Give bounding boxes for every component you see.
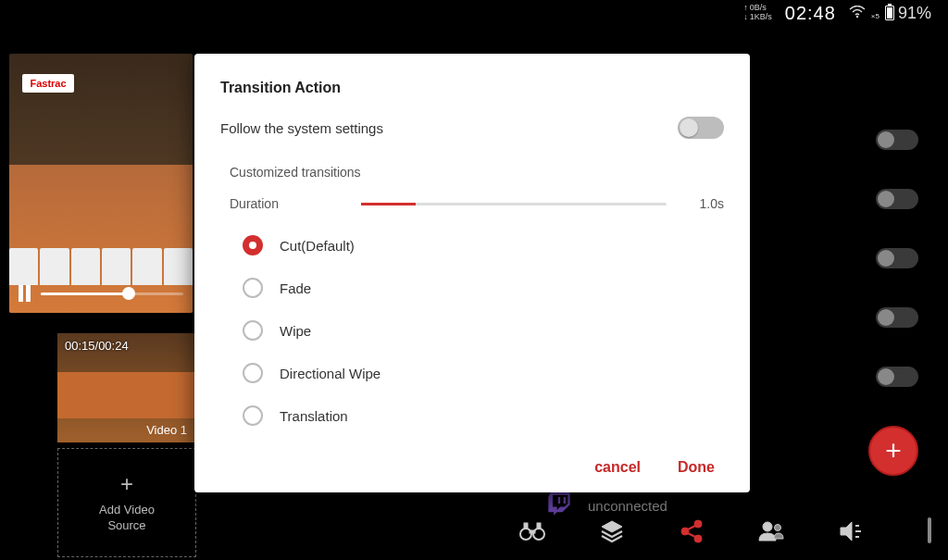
source-tiles: 00:15/00:24 Video 1 [57,333,196,442]
bottom-nav [518,517,865,545]
nav-handle[interactable] [928,517,931,543]
option-directional-wipe[interactable]: Directional Wipe [243,355,724,391]
radio-icon [243,363,263,383]
video-preview[interactable]: Fastrac [9,54,193,313]
side-toggle-1[interactable] [876,130,918,150]
preview-banner: Fastrac [22,74,74,93]
svg-rect-3 [524,523,528,529]
wifi-sub: ×5 [871,12,879,20]
transition-action-dialog: Transition Action Follow the system sett… [194,54,750,492]
side-toggle-3[interactable] [876,248,918,268]
radio-icon [243,235,263,255]
plus-icon: + [120,471,133,497]
source-label: Video 1 [146,423,187,437]
progress-fill [41,292,129,295]
progress-track[interactable] [41,292,183,295]
nav-binoculars-icon[interactable] [518,517,546,545]
nav-share-icon[interactable] [678,517,705,545]
nav-people-icon[interactable] [757,517,785,545]
plus-icon: + [885,435,902,467]
connection-status: unconnected [588,498,667,514]
network-speed: ↑0B/s ↓1KB/s [743,4,772,22]
svg-point-12 [763,522,772,531]
option-label: Wipe [280,323,311,339]
svg-line-11 [688,533,695,537]
follow-system-label: Follow the system settings [220,120,383,136]
svg-rect-4 [537,523,541,529]
svg-point-13 [775,525,781,531]
svg-rect-5 [530,530,535,533]
radio-icon [243,278,263,298]
follow-system-toggle[interactable] [678,117,724,139]
option-translation[interactable]: Translation [243,398,724,433]
play-controls [19,285,183,302]
svg-line-10 [688,526,695,529]
radio-icon [243,405,263,426]
duration-slider[interactable] [361,203,667,205]
twitch-icon [546,491,572,516]
side-toggle-2[interactable] [876,189,918,209]
customized-transitions-label: Customized transitions [230,165,724,180]
option-label: Translation [280,408,348,424]
svg-marker-14 [841,522,852,541]
status-bar: ↑0B/s ↓1KB/s 02:48 ×5 91% [727,0,948,26]
radio-icon [243,320,263,341]
option-cut[interactable]: Cut(Default) [243,228,724,263]
progress-thumb[interactable] [122,287,135,300]
add-source-label: Add Video Source [99,503,155,534]
done-button[interactable]: Done [678,459,715,476]
wifi-icon [849,6,866,21]
dialog-title: Transition Action [220,80,724,96]
cancel-button[interactable]: cancel [594,459,641,476]
option-label: Directional Wipe [280,366,380,381]
pause-button[interactable] [19,285,31,302]
side-toggle-4[interactable] [876,307,918,328]
clock: 02:48 [785,3,836,24]
record-fab[interactable]: + [868,426,918,476]
duration-label: Duration [230,196,341,211]
nav-layers-icon[interactable] [598,517,626,545]
option-wipe[interactable]: Wipe [243,313,724,348]
svg-point-0 [856,15,858,17]
battery-icon [885,6,894,20]
duration-slider-fill [361,203,416,205]
duration-value: 1.0s [687,196,724,211]
source-tile-video1[interactable]: 00:15/00:24 Video 1 [57,333,196,442]
battery-percent: 91% [898,4,931,23]
option-label: Fade [280,280,311,296]
nav-volume-icon[interactable] [837,517,865,545]
add-video-source-tile[interactable]: + Add Video Source [57,448,196,557]
option-label: Cut(Default) [280,238,355,254]
right-toggle-stack [876,130,918,387]
transition-options: Cut(Default) Fade Wipe Directional Wipe … [243,228,724,433]
option-fade[interactable]: Fade [243,270,724,305]
svg-marker-6 [602,521,622,532]
preview-chairs [9,248,193,285]
source-timecode: 00:15/00:24 [65,339,129,353]
status-icons: ×5 91% [849,4,931,23]
side-toggle-5[interactable] [876,367,918,387]
